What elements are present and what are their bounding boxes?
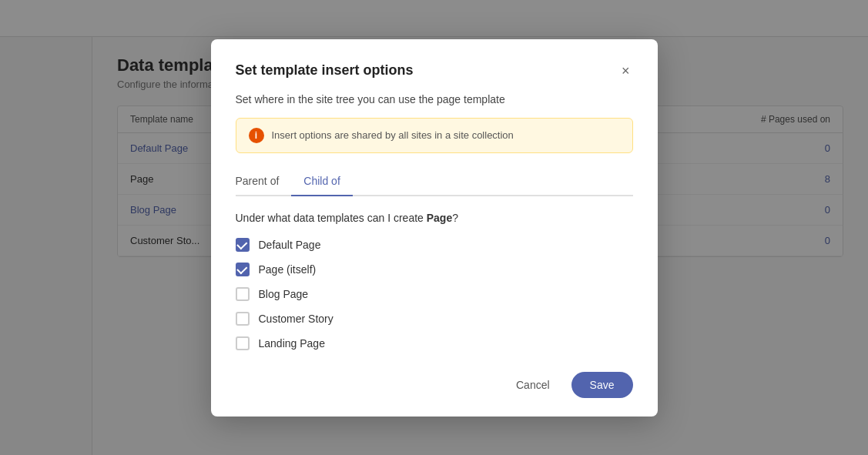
tab-child-of[interactable]: Child of	[291, 169, 352, 196]
checkbox-item-landing-page[interactable]: Landing Page	[236, 336, 633, 350]
question-text: Under what data templates can I create P…	[236, 212, 633, 224]
checkbox-customer-story[interactable]	[236, 312, 250, 326]
checkbox-page-itself[interactable]	[236, 263, 250, 276]
checkbox-item-customer-story[interactable]: Customer Story	[236, 312, 633, 326]
checkbox-item-page-itself[interactable]: Page (itself)	[236, 263, 633, 276]
close-button[interactable]: ×	[618, 61, 633, 81]
tab-parent-of[interactable]: Parent of	[236, 169, 292, 196]
dialog-subtitle: Set where in the site tree you can use t…	[236, 93, 633, 105]
checkbox-list: Default Page Page (itself) Blog Page Cus…	[236, 238, 633, 350]
checkbox-item-default-page[interactable]: Default Page	[236, 238, 633, 252]
checkbox-landing-page[interactable]	[236, 336, 250, 350]
cancel-button[interactable]: Cancel	[504, 373, 562, 397]
info-banner: i Insert options are shared by all sites…	[236, 118, 633, 153]
checkbox-label-landing-page: Landing Page	[259, 337, 325, 350]
dialog-header: Set template insert options ×	[236, 61, 633, 81]
checkbox-blog-page[interactable]	[236, 287, 250, 301]
checkbox-label-blog-page: Blog Page	[259, 288, 309, 300]
checkbox-default-page[interactable]	[236, 238, 250, 252]
dialog-footer: Cancel Save	[236, 372, 633, 398]
dialog-title: Set template insert options	[236, 62, 414, 79]
checkbox-label-customer-story: Customer Story	[259, 313, 333, 325]
checkbox-label-page-itself: Page (itself)	[259, 263, 317, 276]
info-icon: i	[249, 128, 264, 143]
checkbox-item-blog-page[interactable]: Blog Page	[236, 287, 633, 301]
modal-overlay: Set template insert options × Set where …	[0, 0, 868, 455]
info-banner-text: Insert options are shared by all sites i…	[272, 129, 514, 141]
save-button[interactable]: Save	[571, 372, 633, 398]
checkbox-label-default-page: Default Page	[259, 239, 321, 251]
dialog: Set template insert options × Set where …	[211, 39, 658, 417]
tabs-container: Parent of Child of	[236, 169, 633, 196]
